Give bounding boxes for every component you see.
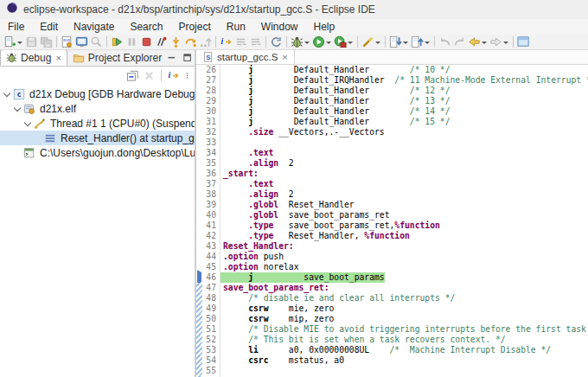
- code-line-text[interactable]: j Default_Handler /* 12 */: [220, 86, 451, 96]
- instruction-stepping-button[interactable]: i: [219, 35, 233, 50]
- line-number[interactable]: 45: [202, 262, 220, 272]
- terminate-button[interactable]: [139, 35, 154, 50]
- tree-row[interactable]: cd21x Debug [GDB Hardware Debugging]: [0, 86, 195, 101]
- code-line-text[interactable]: csrw mip, zero: [220, 314, 334, 324]
- expand-chevron-icon[interactable]: [24, 119, 32, 127]
- code-line-text[interactable]: [220, 137, 223, 148]
- code-line-text[interactable]: csrc mstatus, a0: [220, 355, 344, 366]
- code-line-text[interactable]: j Default_Handler /* 13 */: [220, 96, 451, 106]
- line-number[interactable]: 48: [202, 293, 220, 304]
- code-line-text[interactable]: .text: [220, 179, 273, 189]
- line-number[interactable]: 44: [202, 252, 220, 262]
- tree-row[interactable]: d21x.elf: [0, 101, 195, 116]
- code-line-text[interactable]: j Default_Handler /* 14 */: [220, 106, 451, 117]
- close-icon[interactable]: ×: [55, 53, 61, 63]
- code-line-text[interactable]: .option norelax: [220, 262, 299, 272]
- line-number[interactable]: 32: [202, 127, 220, 137]
- line-number[interactable]: 51: [202, 324, 220, 335]
- code-editor[interactable]: 26 j Default_Handler /* 10 */27 j Defaul…: [196, 65, 588, 377]
- line-number[interactable]: 42: [202, 231, 220, 241]
- instruction-stepping-mode-button[interactable]: i: [166, 67, 181, 83]
- line-number[interactable]: 34: [202, 148, 220, 158]
- line-number[interactable]: 35: [202, 158, 220, 169]
- menu-window[interactable]: Window: [253, 19, 306, 35]
- minimize-view-icon[interactable]: [167, 53, 177, 66]
- line-number[interactable]: 26: [202, 65, 220, 75]
- code-line-text[interactable]: save_boot_params_ret:: [220, 283, 329, 293]
- previous-annotation-button[interactable]: [410, 35, 431, 50]
- tab-debug[interactable]: Debug×: [0, 50, 67, 66]
- step-over-button[interactable]: [183, 35, 198, 50]
- line-number[interactable]: 27: [202, 75, 220, 86]
- collapse-all-button[interactable]: [125, 67, 140, 83]
- line-number[interactable]: 53: [202, 345, 220, 355]
- menu-help[interactable]: Help: [306, 19, 343, 35]
- menu-edit[interactable]: Edit: [32, 19, 66, 35]
- view-menu-button[interactable]: [182, 67, 192, 83]
- line-number[interactable]: 50: [202, 314, 220, 324]
- expand-chevron-icon[interactable]: [3, 90, 11, 98]
- new-wizard-dropdown-icon[interactable]: [17, 42, 22, 44]
- tab-startup_gcc.s[interactable]: Sstartup_gcc.S×: [196, 50, 295, 64]
- code-line-text[interactable]: /* Disable MIE to avoid triggering inter…: [220, 324, 588, 335]
- line-number[interactable]: 38: [202, 189, 220, 200]
- line-number[interactable]: 52: [202, 335, 220, 345]
- open-perspective-button[interactable]: [516, 35, 531, 50]
- code-line-text[interactable]: .size __Vectors,.-__Vectors: [220, 127, 385, 137]
- run-button[interactable]: [311, 35, 333, 50]
- line-number[interactable]: 40: [202, 210, 220, 220]
- close-icon[interactable]: ×: [282, 52, 287, 62]
- line-number[interactable]: 37: [202, 179, 220, 189]
- line-number[interactable]: 29: [202, 96, 220, 106]
- code-line-text[interactable]: .align 2: [220, 158, 294, 169]
- line-number[interactable]: 28: [202, 86, 220, 96]
- wand-tool-dropdown-icon[interactable]: [375, 42, 380, 44]
- maximize-view-icon[interactable]: [182, 53, 193, 66]
- code-line-text[interactable]: j Default_Handler /* 15 */: [220, 117, 451, 127]
- wand-tool-button[interactable]: [361, 35, 382, 50]
- debug-dropdown-icon[interactable]: [304, 42, 310, 44]
- line-number[interactable]: 43: [202, 241, 220, 252]
- code-line-text[interactable]: j Default_IRQHandler /* 11 Machine-Mode …: [220, 75, 588, 86]
- code-line-text[interactable]: .type save_boot_params_ret,%function: [220, 220, 440, 231]
- step-into-button[interactable]: [169, 35, 183, 50]
- line-number[interactable]: 33: [202, 137, 220, 148]
- next-annotation-button[interactable]: [388, 35, 410, 50]
- expand-chevron-icon[interactable]: [14, 105, 22, 112]
- menu-project[interactable]: Project: [170, 19, 218, 35]
- code-line-text[interactable]: .option push: [220, 252, 284, 262]
- code-line-text[interactable]: Reset_Handler:: [220, 241, 294, 252]
- line-number[interactable]: 54: [202, 355, 220, 366]
- forward-dropdown-icon[interactable]: [503, 42, 508, 44]
- restart-button[interactable]: [269, 35, 284, 50]
- external-tools-button[interactable]: [333, 35, 355, 50]
- line-number[interactable]: 47: [202, 283, 220, 293]
- code-line-text[interactable]: .text: [220, 148, 273, 158]
- line-number[interactable]: 36: [202, 169, 220, 179]
- menu-navigate[interactable]: Navigate: [66, 19, 122, 35]
- code-line-text[interactable]: j save_boot_params: [220, 272, 385, 283]
- code-line-text[interactable]: /* disable ie and clear all interrupts *…: [220, 293, 455, 304]
- tree-row[interactable]: Thread #1 1 (CPU#0) (Suspended :: [0, 116, 195, 131]
- previous-annotation-dropdown-icon[interactable]: [425, 42, 430, 44]
- code-line-text[interactable]: csrw mie, zero: [220, 304, 334, 314]
- line-number[interactable]: 49: [202, 304, 220, 314]
- back-dropdown-icon[interactable]: [482, 42, 487, 44]
- tree-row[interactable]: Reset_Handler() at startup_gcc.S:: [0, 131, 195, 145]
- external-tools-dropdown-icon[interactable]: [348, 42, 353, 44]
- tree-row[interactable]: C:\Users\guojun.dong\Desktop\Luban: [0, 145, 195, 160]
- run-dropdown-icon[interactable]: [326, 42, 331, 44]
- menu-search[interactable]: Search: [122, 19, 170, 35]
- menu-file[interactable]: File: [0, 19, 32, 35]
- code-line-text[interactable]: .align 2: [220, 189, 294, 200]
- line-number[interactable]: 39: [202, 200, 220, 210]
- tab-project-explorer[interactable]: Project Explorer: [67, 50, 167, 66]
- code-line-text[interactable]: li a0, 0x00000008UL /* Machine Interrupt…: [220, 345, 551, 355]
- code-line-text[interactable]: [220, 366, 223, 376]
- code-line-text[interactable]: .globl Reset_Handler: [220, 200, 355, 210]
- line-number[interactable]: 46: [202, 272, 220, 283]
- back-button[interactable]: [467, 35, 489, 50]
- line-number[interactable]: 31: [202, 117, 220, 127]
- code-line-text[interactable]: .type Reset_Handler, %function: [220, 231, 410, 241]
- code-line-text[interactable]: _start:: [220, 169, 259, 179]
